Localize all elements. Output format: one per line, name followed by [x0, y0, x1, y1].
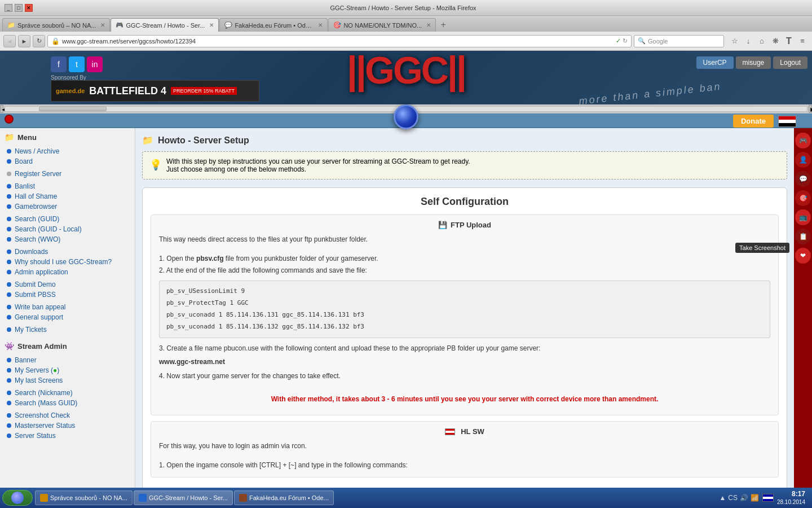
donate-button[interactable]: Donate	[733, 115, 774, 128]
menu-icon[interactable]: ≡	[796, 35, 809, 47]
sidebar-item-screenshot-check[interactable]: Screenshot Check	[5, 410, 130, 421]
start-button[interactable]	[2, 490, 33, 506]
tab-close-active-icon[interactable]: ✕	[209, 22, 214, 28]
sidebar-item-submit-pbss[interactable]: Submit PBSS	[5, 290, 130, 300]
menu-folder-icon: 📁	[5, 133, 14, 142]
tab-close-icon[interactable]: ✕	[426, 22, 431, 28]
tab-close-icon[interactable]: ✕	[318, 22, 323, 28]
back-button[interactable]: ◄	[3, 35, 16, 47]
sidebar-item-ban-appeal[interactable]: Write ban appeal	[5, 302, 130, 312]
instagram-icon[interactable]: in	[87, 56, 103, 72]
sidebar-item-downloads[interactable]: Downloads	[5, 247, 130, 257]
dot-icon	[7, 413, 11, 418]
country-flag[interactable]	[778, 116, 796, 127]
sidebar-item-search-guid-local[interactable]: Search (GUID - Local)	[5, 224, 130, 234]
ftp-header: 💾 FTP Upload	[159, 221, 770, 229]
sidebar-item-admin[interactable]: Admin application	[5, 267, 130, 277]
sidebar-item-search-wwo[interactable]: Search (WWO)	[5, 234, 130, 244]
scrollbar-right-btn[interactable]: ►	[809, 105, 812, 113]
tab-forum[interactable]: 💬 FakaHeda.eu Fórum • Ode... ✕	[219, 18, 328, 32]
right-btn-bookmark[interactable]: 🎮	[795, 133, 811, 148]
sidebar-item-hall[interactable]: Hall of Shame	[5, 191, 130, 202]
bookmark-icon[interactable]: ☆	[729, 35, 741, 47]
sidebar-item-my-last-screens[interactable]: My last Screens	[5, 375, 130, 386]
right-btn-chat[interactable]: 💬	[795, 171, 811, 187]
info-text: With this step by step instructions you …	[166, 157, 470, 173]
search-bar[interactable]: 🔍 Google	[634, 35, 724, 47]
sidebar-item-search-mass-guid[interactable]: Search (Mass GUID)	[5, 398, 130, 408]
close-button[interactable]: ✕	[25, 4, 33, 12]
system-tray: ▲ CS 🔊 📶	[719, 494, 759, 502]
ftp-step4: 4. Now start your game server for the ch…	[159, 370, 770, 382]
scrollbar-thumb[interactable]	[39, 107, 107, 111]
hlsw-subsection: HL SW For this way, you have to login as…	[151, 421, 779, 478]
sidebar-item-server-status[interactable]: Server Status	[5, 431, 130, 441]
sidebar-item-news[interactable]: News / Archive	[5, 146, 130, 156]
taskbar-item-forum[interactable]: FakaHeda.eu Fórum • Ode...	[234, 491, 334, 505]
new-tab-button[interactable]: +	[436, 18, 450, 32]
usercp-button[interactable]: UserCP	[696, 56, 734, 69]
forward-button[interactable]: ►	[18, 35, 30, 47]
hlsw-intro: For this way, you have to login as admin…	[159, 440, 770, 452]
hlsw-header: HL SW	[159, 427, 770, 436]
minimize-button[interactable]: _	[5, 4, 12, 12]
tab-file-manager[interactable]: 📁 Správce souborů – NO NA... ✕	[2, 18, 110, 32]
scrollbar-left-btn[interactable]: ◄	[0, 105, 3, 113]
dot-icon	[7, 149, 11, 154]
twitter-icon[interactable]: t	[69, 56, 85, 72]
taskbar-item-file-manager[interactable]: Správce souborů - NO NA...	[35, 491, 133, 505]
hlsw-step1: 1. Open the ingame console with [CTRL] +…	[159, 459, 770, 471]
right-sidebar: 🎮 👤 💬 🎯 📺 📋 ❤	[794, 128, 812, 508]
main-layout: 📁 Menu News / Archive Board Register Ser…	[0, 128, 812, 508]
sidebar-item-banlist[interactable]: Banlist	[5, 181, 130, 191]
sidebar-item-my-servers[interactable]: My Servers (●)	[5, 365, 130, 375]
text-icon[interactable]: T	[783, 35, 795, 47]
download-icon[interactable]: ↓	[742, 35, 754, 47]
taskbar-items: Správce souborů - NO NA... GGC-Stream / …	[35, 491, 714, 505]
sidebar-item-board[interactable]: Board	[5, 156, 130, 167]
sidebar-item-gamebrowser[interactable]: Gamebrowser	[5, 202, 130, 212]
right-btn-user[interactable]: 👤	[795, 152, 811, 168]
url-bar[interactable]: 🔒 www.ggc-stream.net/server/ggcss/howto/…	[47, 35, 632, 47]
tab-server[interactable]: 🎯 NO NAME/ONLY TDM/NO... ✕	[328, 18, 436, 32]
sidebar-item-register[interactable]: Register Server	[5, 169, 130, 179]
home-icon[interactable]: ⌂	[756, 35, 768, 47]
maximize-button[interactable]: □	[15, 4, 23, 12]
sponsor-banner[interactable]: gamed.de BATTLEFIELD 4 PREORDER 15% RABA…	[51, 80, 259, 102]
refresh-button[interactable]: ↻	[33, 35, 45, 47]
breadcrumb: 📁 Howto - Server Setup	[142, 135, 787, 146]
banner-game-text: BATTLEFIELD 4	[89, 85, 166, 97]
sidebar-item-why[interactable]: Why should I use GGC-Stream?	[5, 257, 130, 267]
right-btn-target[interactable]: 🎯	[795, 190, 811, 206]
nav-row: ◄ ► Donate	[0, 104, 812, 128]
lang-indicator: CS	[728, 494, 738, 502]
dot-icon	[7, 292, 11, 297]
ftp-step3-url: www.ggc-stream.net	[159, 356, 770, 367]
sidebar-item-search-guid[interactable]: Search (GUID)	[5, 214, 130, 224]
sidebar-item-submit-demo[interactable]: Submit Demo	[5, 279, 130, 290]
section-title: Self Configuration	[151, 196, 779, 208]
ftp-step2: 2. At the end of the file add the follow…	[159, 265, 770, 276]
tab-close-icon[interactable]: ✕	[100, 22, 105, 28]
sidebar-item-general-support[interactable]: General support	[5, 312, 130, 322]
logout-button[interactable]: Logout	[773, 56, 807, 69]
dot-icon	[7, 204, 11, 209]
right-btn-clip[interactable]: 📋	[795, 229, 811, 244]
addon-icon[interactable]: ❋	[769, 35, 782, 47]
right-btn-stream[interactable]: 📺	[795, 209, 811, 225]
sidebar-item-masterserver[interactable]: Masterserver Status	[5, 421, 130, 431]
site-header: f t in Sponsored By gamed.de BATTLEFIELD…	[0, 51, 812, 104]
facebook-icon[interactable]: f	[51, 56, 67, 72]
url-icons: ✓ ↻	[616, 37, 628, 45]
toolbar-icons: ☆ ↓ ⌂ ❋ T ≡	[729, 35, 809, 47]
dot-icon	[7, 237, 11, 242]
left-sidebar: 📁 Menu News / Archive Board Register Ser…	[0, 128, 135, 508]
sidebar-item-search-nickname[interactable]: Search (Nickname)	[5, 388, 130, 398]
taskbar-item-ggc[interactable]: GGC-Stream / Howto - Ser...	[134, 491, 233, 505]
right-btn-heart[interactable]: ❤	[795, 248, 811, 264]
tab-ggc[interactable]: 🎮 GGC-Stream / Howto - Ser... ✕	[111, 18, 219, 32]
sidebar-item-tickets[interactable]: My Tickets	[5, 325, 130, 335]
sidebar-item-banner[interactable]: Banner	[5, 355, 130, 365]
ggc-logo-text: ||GGC||	[347, 51, 465, 89]
misuge-button[interactable]: misuge	[736, 56, 771, 69]
